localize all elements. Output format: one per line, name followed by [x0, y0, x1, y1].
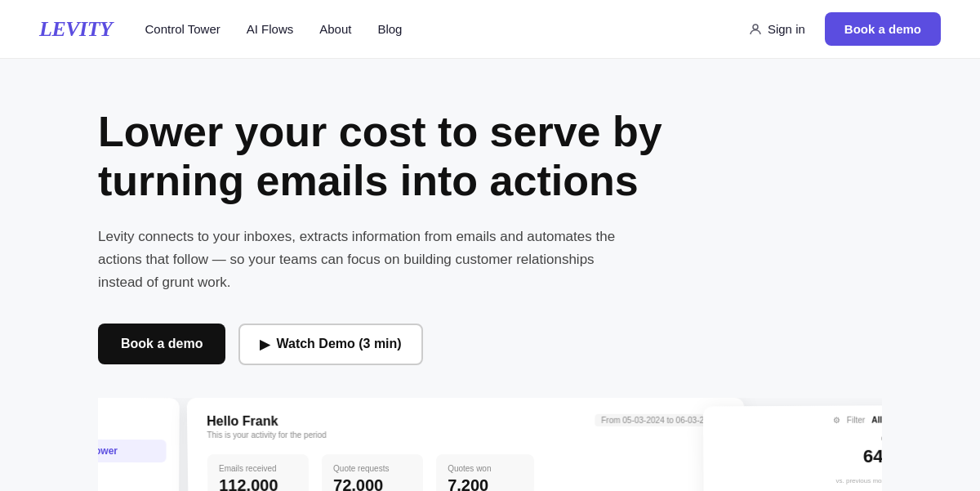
stats-row: Emails received 112,000 -6.43% vs. previ…	[207, 454, 724, 491]
sidebar-logo: LEVITY	[98, 410, 167, 425]
user-icon	[748, 22, 763, 37]
hero-section: Lower your cost to serve by turning emai…	[0, 59, 980, 491]
stat-quotes-lost: Quotes lost 64,800 +12% vs. previous mon…	[835, 434, 882, 484]
hero-buttons: Book a demo ▶ Watch Demo (3 min)	[98, 324, 423, 365]
dashboard-container: LEVITY Control tower AI Flows	[98, 398, 882, 491]
nav-right: Sign in Book a demo	[748, 12, 941, 46]
hero-subtext: Levity connects to your inboxes, extract…	[98, 225, 637, 294]
filter-all[interactable]: All	[871, 415, 882, 424]
right-stats: Quotes lost 64,800 +12% vs. previous mon…	[716, 434, 882, 484]
filter-label: Filter	[847, 415, 865, 424]
stat-label-quotes: Quote requests	[333, 464, 412, 473]
nav-blog[interactable]: Blog	[377, 22, 402, 36]
right-panel: ⚙ Filter All Account Quotes lost 64,800 …	[703, 405, 882, 491]
sidebar-label-control-tower: Control tower	[98, 445, 118, 457]
greeting-text: Hello Frank	[207, 414, 327, 429]
nav-control-tower[interactable]: Control Tower	[145, 22, 220, 36]
filter-icon: ⚙	[833, 415, 840, 424]
sidebar-panel: LEVITY Control tower AI Flows	[98, 398, 180, 491]
stat-quotes-won: Quotes won 7,200 +10.87% vs. previous mo…	[436, 454, 534, 491]
hero-headline: Lower your cost to serve by turning emai…	[98, 108, 686, 206]
stat-label-lost: Quotes lost	[835, 434, 882, 442]
play-icon: ▶	[260, 337, 270, 352]
stat-label-won: Quotes won	[448, 464, 523, 473]
stat-emails-received: Emails received 112,000 -6.43% vs. previ…	[207, 454, 310, 491]
nav-ai-flows[interactable]: AI Flows	[247, 22, 294, 36]
sidebar-item-control-tower[interactable]: Control tower	[98, 439, 167, 462]
logo: LEVITY	[39, 17, 112, 42]
panel-main-header: Hello Frank This is your activity for th…	[207, 414, 724, 440]
stat-quote-requests: Quote requests 72,000 +6.83% vs. previou…	[322, 454, 423, 491]
svg-point-0	[753, 25, 758, 29]
main-panel: Hello Frank This is your activity for th…	[187, 398, 745, 491]
navbar: LEVITY Control Tower AI Flows About Blog…	[0, 0, 980, 59]
watch-demo-button[interactable]: ▶ Watch Demo (3 min)	[238, 324, 422, 365]
nav-links: Control Tower AI Flows About Blog	[145, 22, 402, 37]
stat-value-lost: 64,800	[835, 445, 882, 466]
stat-label-emails: Emails received	[219, 464, 297, 473]
nav-about[interactable]: About	[319, 22, 351, 36]
stat-change-lost: +12%	[835, 469, 882, 477]
nav-left: LEVITY Control Tower AI Flows About Blog	[39, 17, 402, 42]
book-demo-hero-button[interactable]: Book a demo	[98, 324, 225, 364]
sidebar-item-ai-flows[interactable]: AI Flows	[98, 466, 166, 489]
dashboard-preview: LEVITY Control tower AI Flows	[98, 398, 882, 491]
filter-row: ⚙ Filter All Account	[716, 415, 882, 425]
stat-value-emails: 112,000	[219, 476, 297, 491]
period-text: This is your activity for the period	[207, 431, 327, 440]
book-demo-nav-button[interactable]: Book a demo	[825, 12, 941, 46]
stat-value-quotes: 72,000	[333, 476, 412, 491]
greeting-block: Hello Frank This is your activity for th…	[207, 414, 327, 440]
stat-value-won: 7,200	[448, 476, 523, 491]
stat-sub-lost: vs. previous month: 101,043	[835, 477, 882, 484]
sign-in-link[interactable]: Sign in	[748, 22, 805, 37]
